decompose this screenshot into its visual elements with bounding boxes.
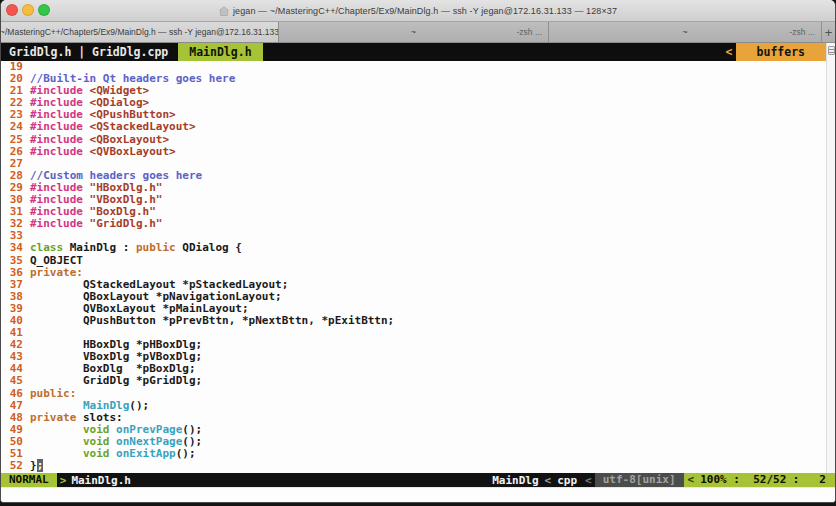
tab-bar: ~/MasteringC++/Chapter5/Ex9/MainDlg.h — …: [1, 22, 835, 43]
code-text: #include "GridDlg.h": [23, 218, 162, 230]
code-text: [23, 230, 30, 242]
line-number: 46: [1, 388, 23, 400]
scrollbar[interactable]: [826, 43, 835, 473]
statusline-separator-icon: <: [585, 474, 592, 487]
close-button[interactable]: [6, 4, 18, 16]
vim-statusline: NORMAL > MainDlg.h MainDlg < cpp < utf-8…: [1, 473, 835, 487]
vim-tabline: GridDlg.h | GridDlg.cpp MainDlg.h < buff…: [1, 43, 835, 61]
code-text: QPushButton *pPrevBttn, *pNextBttn, *pEx…: [23, 315, 394, 327]
statusline-separator-icon: <: [545, 474, 552, 487]
zoom-button[interactable]: [38, 4, 50, 16]
terminal-tab-active[interactable]: ~/MasteringC++/Chapter5/Ex9/MainDlg.h — …: [1, 22, 279, 42]
code-text: [23, 61, 30, 73]
scroll-marker-icon: [828, 46, 835, 55]
code-line[interactable]: 40 QPushButton *pPrevBttn, *pNextBttn, *…: [1, 315, 835, 327]
cursor-position: 100% : 52/52 : 2: [700, 473, 826, 487]
terminal-tab-3[interactable]: ~ -zsh ...: [549, 22, 822, 42]
vim-commandline[interactable]: [1, 487, 835, 503]
filetype-indicator: cpp: [557, 474, 577, 487]
window-title: jegan — ~/MasteringC++/Chapter5/Ex9/Main…: [233, 6, 617, 16]
minimize-button[interactable]: [22, 4, 34, 16]
statusline-separator-icon: >: [60, 474, 67, 487]
code-text: void onExitApp();: [23, 448, 196, 460]
line-number: 48: [1, 412, 23, 424]
code-text: [23, 327, 30, 339]
line-number: 26: [1, 146, 23, 158]
buffers-label[interactable]: buffers: [736, 43, 826, 61]
code-line[interactable]: 45 GridDlg *pGridDlg;: [1, 375, 835, 387]
line-number: 45: [1, 375, 23, 387]
line-number: 24: [1, 121, 23, 133]
code-area[interactable]: 1920//Built-in Qt headers goes here21#in…: [1, 61, 835, 473]
proxy-icon: [219, 6, 229, 16]
code-line[interactable]: 32#include "GridDlg.h": [1, 218, 835, 230]
code-lines: 1920//Built-in Qt headers goes here21#in…: [1, 61, 835, 472]
code-line[interactable]: 52};: [1, 460, 835, 472]
window-title-group: jegan — ~/MasteringC++/Chapter5/Ex9/Main…: [219, 6, 617, 16]
code-text: };: [23, 460, 43, 472]
statusline-filename: MainDlg.h: [71, 474, 131, 487]
tab-title: ~: [411, 27, 416, 37]
tab-process-label: -zsh ...: [789, 27, 815, 37]
line-number: 37: [1, 279, 23, 291]
traffic-lights: [6, 4, 50, 16]
active-buffer-tab[interactable]: MainDlg.h: [178, 43, 262, 61]
code-line[interactable]: 26#include <QVBoxLayout>: [1, 146, 835, 158]
terminal-tab-2[interactable]: ~ -zsh ...: [279, 22, 549, 42]
line-number: 36: [1, 267, 23, 279]
statusline-buffer-name: MainDlg: [492, 474, 538, 487]
terminal-window: jegan — ~/MasteringC++/Chapter5/Ex9/Main…: [0, 0, 836, 503]
line-number: 25: [1, 134, 23, 146]
line-number: 47: [1, 400, 23, 412]
tab-process-label: -zsh ...: [516, 27, 542, 37]
code-line[interactable]: 51 void onExitApp();: [1, 448, 835, 460]
tab-title: ~/MasteringC++/Chapter5/Ex9/MainDlg.h — …: [1, 27, 279, 37]
line-number: 35: [1, 255, 23, 267]
terminal-content: GridDlg.h | GridDlg.cpp MainDlg.h < buff…: [1, 43, 835, 503]
line-number: 34: [1, 242, 23, 254]
tab-title: ~: [683, 27, 688, 37]
code-text: [23, 158, 30, 170]
code-line[interactable]: 35Q_OBJECT: [1, 255, 835, 267]
code-line[interactable]: 34class MainDlg : public QDialog {: [1, 242, 835, 254]
new-tab-button[interactable]: +: [822, 22, 835, 42]
code-line[interactable]: 47 MainDlg();: [1, 400, 835, 412]
buffer-list[interactable]: GridDlg.h | GridDlg.cpp: [1, 45, 178, 59]
statusline-separator-icon: <: [688, 473, 695, 487]
buffers-arrow-icon: <: [726, 45, 733, 59]
mode-indicator: NORMAL: [1, 473, 57, 487]
code-text: #include <QVBoxLayout>: [23, 146, 176, 158]
line-number: 52: [1, 460, 23, 472]
titlebar[interactable]: jegan — ~/MasteringC++/Chapter5/Ex9/Main…: [1, 0, 835, 22]
position-indicator: <100% : 52/52 : 2: [684, 473, 835, 487]
encoding-indicator: utf-8[unix]: [595, 473, 684, 487]
